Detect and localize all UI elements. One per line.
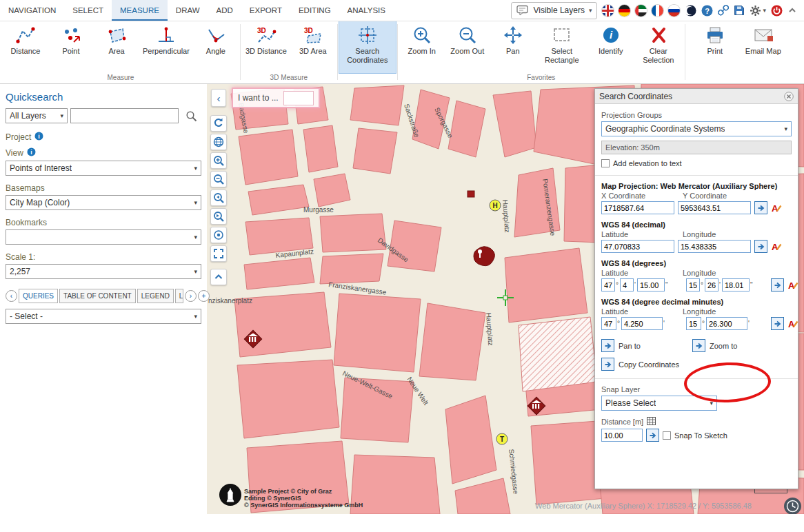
label-coordinate-icon[interactable]: A — [771, 241, 782, 252]
sidebar-collapse-button[interactable]: ‹ — [211, 89, 226, 107]
menu-tab-export[interactable]: EXPORT — [241, 0, 290, 21]
flag-uae-icon[interactable] — [635, 5, 647, 17]
zoom-in-tool-icon[interactable] — [210, 152, 227, 169]
projection-group-dropdown[interactable]: Geographic Coordinate Systems ▾ — [601, 121, 792, 136]
label-coordinate-icon[interactable]: A — [771, 203, 782, 214]
angle-button[interactable]: Angle — [193, 21, 239, 73]
latitude-degrees-input[interactable] — [601, 278, 615, 291]
snap-layer-dropdown[interactable]: Please Select ▾ — [601, 396, 717, 411]
previous-extent-icon[interactable] — [210, 190, 227, 206]
full-extent-icon[interactable] — [210, 245, 227, 262]
select-rectangle-button[interactable]: Select Rectangle — [536, 21, 588, 73]
poi-marker-t[interactable]: T — [496, 433, 507, 444]
menu-tab-measure[interactable]: MEASURE — [112, 0, 168, 21]
email-map-button[interactable]: Email Map — [738, 21, 789, 73]
perpendicular-button[interactable]: Perpendicular — [139, 21, 193, 73]
latitude-ddm-minutes-input[interactable] — [621, 317, 663, 330]
longitude-seconds-input[interactable] — [722, 278, 750, 291]
info-icon[interactable]: i — [27, 147, 36, 158]
globe-icon[interactable] — [210, 134, 227, 150]
3d-distance-button[interactable]: 3D 3D Distance — [242, 21, 290, 73]
link-icon[interactable] — [718, 5, 729, 16]
identify-button[interactable]: i Identify — [588, 21, 634, 73]
longitude-ddm-minutes-input[interactable] — [706, 317, 747, 330]
longitude-degrees-input[interactable] — [686, 278, 700, 291]
tabs-scroll-left-icon[interactable]: ‹ — [6, 290, 17, 302]
point-button[interactable]: Point — [48, 21, 94, 73]
label-coordinate-icon[interactable]: A — [787, 280, 798, 291]
menu-tab-navigation[interactable]: NAVIGATION — [0, 0, 64, 21]
apply-distance-button[interactable] — [646, 429, 659, 442]
y-coordinate-input[interactable] — [678, 201, 751, 214]
flag-russia-icon[interactable] — [668, 5, 680, 17]
close-icon[interactable] — [784, 92, 794, 101]
menu-tab-editing[interactable]: EDITING — [290, 0, 339, 21]
next-extent-icon[interactable] — [210, 208, 227, 225]
menu-tab-select[interactable]: SELECT — [64, 0, 112, 21]
quicksearch-title[interactable]: Quicksearch — [6, 91, 201, 103]
area-button[interactable]: Area — [94, 21, 139, 73]
clear-selection-button[interactable]: Clear Selection — [634, 21, 683, 73]
tab-legend[interactable]: LEGEND — [137, 289, 174, 303]
latitude-seconds-input[interactable] — [637, 278, 665, 291]
copy-coordinates-button[interactable]: Copy Coordinates — [601, 358, 679, 371]
zoom-out-button[interactable]: Zoom Out — [445, 21, 490, 73]
query-dropdown[interactable]: - Select - ▾ — [6, 309, 201, 324]
night-mode-icon[interactable] — [685, 5, 696, 17]
tabs-scroll-right-icon[interactable]: › — [185, 290, 197, 302]
scale-dropdown[interactable]: 2,257 ▾ — [6, 264, 201, 279]
zoom-in-button[interactable]: Zoom In — [399, 21, 445, 73]
visible-layers-button[interactable]: Visible Layers ▾ — [511, 2, 597, 19]
search-icon[interactable] — [181, 108, 201, 124]
add-elevation-checkbox[interactable] — [601, 159, 610, 167]
help-icon[interactable]: ? — [701, 5, 713, 17]
menu-tab-add[interactable]: ADD — [208, 0, 241, 21]
tabs-more-icon[interactable]: + — [198, 290, 210, 302]
refresh-icon[interactable] — [210, 115, 227, 132]
tab-table-of-content[interactable]: TABLE OF CONTENT — [59, 289, 136, 303]
apply-decimal-button[interactable] — [754, 240, 767, 253]
i-want-to-input[interactable] — [283, 91, 314, 105]
view-dropdown[interactable]: Points of Interest ▾ — [6, 161, 201, 176]
menu-tab-draw[interactable]: DRAW — [168, 0, 208, 21]
menu-tab-analysis[interactable]: ANALYSIS — [339, 0, 394, 21]
flag-germany-icon[interactable] — [619, 5, 630, 17]
collapse-tools-icon[interactable] — [210, 269, 227, 285]
history-clock-icon[interactable] — [783, 497, 802, 514]
distance-button[interactable]: Distance — [3, 21, 48, 73]
latitude-decimal-input[interactable] — [601, 240, 674, 253]
selected-feature-blob[interactable] — [474, 247, 494, 266]
apply-degrees-button[interactable] — [771, 278, 784, 291]
snap-to-sketch-checkbox[interactable] — [663, 431, 671, 440]
pan-button[interactable]: Pan — [490, 21, 536, 73]
basemap-dropdown[interactable]: City Map (Color) ▾ — [6, 195, 201, 210]
snap-distance-input[interactable] — [601, 429, 643, 442]
zoom-to-button[interactable]: Zoom to — [692, 339, 737, 352]
bookmarks-dropdown[interactable]: ▾ — [6, 229, 201, 245]
longitude-ddm-degrees-input[interactable] — [686, 317, 701, 330]
search-coordinates-button[interactable]: Search Coordinates — [339, 21, 396, 73]
longitude-minutes-input[interactable] — [705, 278, 718, 291]
longitude-decimal-input[interactable] — [678, 240, 751, 253]
latitude-minutes-input[interactable] — [620, 278, 634, 291]
label-coordinate-icon[interactable]: A — [787, 318, 798, 329]
collapse-ribbon-icon[interactable] — [787, 6, 797, 15]
i-want-to-widget[interactable]: I want to ... — [232, 88, 320, 108]
apply-ddm-button[interactable] — [771, 317, 784, 330]
tab-queries[interactable]: QUERIES — [19, 289, 58, 303]
layers-filter-dropdown[interactable]: All Layers ▾ — [6, 108, 68, 123]
settings-button[interactable]: ▾ — [750, 5, 766, 17]
center-map-icon[interactable] — [210, 227, 227, 243]
save-icon[interactable] — [734, 5, 745, 16]
panel-header[interactable]: Search Coordinates — [595, 89, 798, 104]
x-coordinate-input[interactable] — [601, 201, 674, 214]
print-button[interactable]: Print — [692, 21, 738, 73]
power-icon[interactable] — [771, 5, 783, 17]
flag-uk-icon[interactable] — [602, 5, 614, 17]
poi-marker-h[interactable]: H — [490, 200, 501, 211]
3d-area-button[interactable]: 3D 3D Area — [290, 21, 336, 73]
latitude-ddm-degrees-input[interactable] — [601, 317, 616, 330]
pan-to-button[interactable]: Pan to — [601, 339, 692, 352]
zoom-out-tool-icon[interactable] — [210, 171, 227, 187]
quicksearch-input[interactable] — [70, 108, 179, 123]
